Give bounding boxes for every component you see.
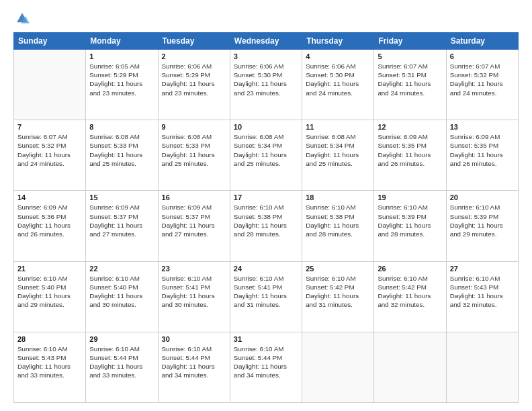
day-number: 23: [162, 265, 226, 273]
calendar-cell: [302, 332, 374, 402]
calendar-table: SundayMondayTuesdayWednesdayThursdayFrid…: [13, 32, 519, 403]
day-info: Sunrise: 6:09 AMSunset: 5:37 PMDaylight:…: [89, 203, 154, 238]
day-info: Sunrise: 6:10 AMSunset: 5:42 PMDaylight:…: [378, 274, 442, 310]
day-number: 21: [17, 265, 82, 273]
calendar-cell: [14, 50, 86, 120]
header-cell-monday: Monday: [86, 33, 158, 50]
calendar-cell: 27Sunrise: 6:10 AMSunset: 5:43 PMDayligh…: [446, 261, 518, 332]
day-number: 13: [450, 123, 515, 131]
day-number: 3: [234, 52, 298, 60]
calendar-cell: 20Sunrise: 6:10 AMSunset: 5:39 PMDayligh…: [446, 191, 518, 261]
calendar-cell: 2Sunrise: 6:06 AMSunset: 5:29 PMDaylight…: [158, 50, 230, 120]
day-number: 10: [234, 123, 298, 131]
header-cell-wednesday: Wednesday: [230, 33, 302, 50]
calendar-cell: 8Sunrise: 6:08 AMSunset: 5:33 PMDaylight…: [86, 120, 158, 191]
day-info: Sunrise: 6:10 AMSunset: 5:41 PMDaylight:…: [162, 274, 226, 310]
day-info: Sunrise: 6:10 AMSunset: 5:39 PMDaylight:…: [378, 203, 442, 238]
calendar-cell: 7Sunrise: 6:07 AMSunset: 5:32 PMDaylight…: [14, 120, 86, 191]
calendar-cell: 26Sunrise: 6:10 AMSunset: 5:42 PMDayligh…: [374, 261, 446, 332]
day-number: 2: [162, 52, 226, 60]
calendar-cell: 31Sunrise: 6:10 AMSunset: 5:44 PMDayligh…: [230, 332, 302, 402]
calendar-cell: 6Sunrise: 6:07 AMSunset: 5:32 PMDaylight…: [446, 50, 518, 120]
day-info: Sunrise: 6:10 AMSunset: 5:43 PMDaylight:…: [450, 274, 515, 310]
calendar-cell: 28Sunrise: 6:10 AMSunset: 5:43 PMDayligh…: [14, 332, 86, 402]
day-info: Sunrise: 6:06 AMSunset: 5:30 PMDaylight:…: [306, 62, 370, 97]
day-number: 15: [89, 193, 154, 201]
calendar-cell: 14Sunrise: 6:09 AMSunset: 5:36 PMDayligh…: [14, 191, 86, 261]
day-number: 4: [306, 52, 370, 60]
day-info: Sunrise: 6:10 AMSunset: 5:43 PMDaylight:…: [17, 345, 82, 380]
calendar-cell: 30Sunrise: 6:10 AMSunset: 5:44 PMDayligh…: [158, 332, 230, 402]
day-info: Sunrise: 6:09 AMSunset: 5:36 PMDaylight:…: [17, 203, 82, 238]
day-number: 18: [306, 193, 370, 201]
calendar-cell: 15Sunrise: 6:09 AMSunset: 5:37 PMDayligh…: [86, 191, 158, 261]
calendar-cell: 1Sunrise: 6:05 AMSunset: 5:29 PMDaylight…: [86, 50, 158, 120]
day-number: 11: [306, 123, 370, 131]
calendar-cell: 24Sunrise: 6:10 AMSunset: 5:41 PMDayligh…: [230, 261, 302, 332]
day-number: 16: [162, 193, 226, 201]
day-info: Sunrise: 6:10 AMSunset: 5:38 PMDaylight:…: [234, 203, 298, 238]
calendar-cell: 12Sunrise: 6:09 AMSunset: 5:35 PMDayligh…: [374, 120, 446, 191]
calendar-cell: 19Sunrise: 6:10 AMSunset: 5:39 PMDayligh…: [374, 191, 446, 261]
day-number: 25: [306, 265, 370, 273]
day-info: Sunrise: 6:10 AMSunset: 5:44 PMDaylight:…: [89, 345, 154, 380]
calendar-cell: 18Sunrise: 6:10 AMSunset: 5:38 PMDayligh…: [302, 191, 374, 261]
calendar-header: SundayMondayTuesdayWednesdayThursdayFrid…: [14, 33, 519, 50]
day-number: 27: [450, 265, 515, 273]
header-cell-sunday: Sunday: [14, 33, 86, 50]
day-number: 31: [234, 335, 298, 343]
day-info: Sunrise: 6:10 AMSunset: 5:42 PMDaylight:…: [306, 274, 370, 310]
day-number: 1: [89, 52, 154, 60]
day-number: 7: [17, 123, 82, 131]
calendar-cell: 29Sunrise: 6:10 AMSunset: 5:44 PMDayligh…: [86, 332, 158, 402]
day-info: Sunrise: 6:08 AMSunset: 5:33 PMDaylight:…: [162, 132, 226, 168]
header: [13, 11, 519, 26]
day-info: Sunrise: 6:08 AMSunset: 5:34 PMDaylight:…: [234, 132, 298, 168]
day-info: Sunrise: 6:06 AMSunset: 5:29 PMDaylight:…: [162, 62, 226, 97]
day-info: Sunrise: 6:10 AMSunset: 5:39 PMDaylight:…: [450, 203, 515, 238]
day-info: Sunrise: 6:08 AMSunset: 5:34 PMDaylight:…: [306, 132, 370, 168]
day-number: 6: [450, 52, 515, 60]
header-row: SundayMondayTuesdayWednesdayThursdayFrid…: [14, 33, 519, 50]
day-number: 20: [450, 193, 515, 201]
calendar-cell: 4Sunrise: 6:06 AMSunset: 5:30 PMDaylight…: [302, 50, 374, 120]
calendar-cell: 10Sunrise: 6:08 AMSunset: 5:34 PMDayligh…: [230, 120, 302, 191]
week-row-3: 14Sunrise: 6:09 AMSunset: 5:36 PMDayligh…: [14, 191, 519, 261]
calendar-cell: 23Sunrise: 6:10 AMSunset: 5:41 PMDayligh…: [158, 261, 230, 332]
day-number: 5: [378, 52, 442, 60]
day-info: Sunrise: 6:10 AMSunset: 5:38 PMDaylight:…: [306, 203, 370, 238]
logo-icon: [15, 11, 30, 26]
day-number: 24: [234, 265, 298, 273]
day-number: 12: [378, 123, 442, 131]
header-cell-tuesday: Tuesday: [158, 33, 230, 50]
calendar-cell: 25Sunrise: 6:10 AMSunset: 5:42 PMDayligh…: [302, 261, 374, 332]
day-info: Sunrise: 6:08 AMSunset: 5:33 PMDaylight:…: [89, 132, 154, 168]
day-info: Sunrise: 6:07 AMSunset: 5:31 PMDaylight:…: [378, 62, 442, 97]
calendar-cell: 11Sunrise: 6:08 AMSunset: 5:34 PMDayligh…: [302, 120, 374, 191]
day-info: Sunrise: 6:09 AMSunset: 5:35 PMDaylight:…: [378, 132, 442, 168]
day-info: Sunrise: 6:10 AMSunset: 5:41 PMDaylight:…: [234, 274, 298, 310]
day-number: 17: [234, 193, 298, 201]
page: SundayMondayTuesdayWednesdayThursdayFrid…: [0, 0, 532, 411]
day-info: Sunrise: 6:07 AMSunset: 5:32 PMDaylight:…: [17, 132, 82, 168]
day-info: Sunrise: 6:10 AMSunset: 5:44 PMDaylight:…: [234, 345, 298, 380]
day-number: 9: [162, 123, 226, 131]
day-info: Sunrise: 6:10 AMSunset: 5:40 PMDaylight:…: [89, 274, 154, 310]
calendar-cell: 5Sunrise: 6:07 AMSunset: 5:31 PMDaylight…: [374, 50, 446, 120]
header-cell-thursday: Thursday: [302, 33, 374, 50]
logo: [13, 11, 32, 26]
week-row-2: 7Sunrise: 6:07 AMSunset: 5:32 PMDaylight…: [14, 120, 519, 191]
calendar-cell: 3Sunrise: 6:06 AMSunset: 5:30 PMDaylight…: [230, 50, 302, 120]
day-number: 28: [17, 335, 82, 343]
day-info: Sunrise: 6:05 AMSunset: 5:29 PMDaylight:…: [89, 62, 154, 97]
day-number: 8: [89, 123, 154, 131]
day-number: 29: [89, 335, 154, 343]
week-row-4: 21Sunrise: 6:10 AMSunset: 5:40 PMDayligh…: [14, 261, 519, 332]
day-info: Sunrise: 6:09 AMSunset: 5:37 PMDaylight:…: [162, 203, 226, 238]
calendar-cell: 9Sunrise: 6:08 AMSunset: 5:33 PMDaylight…: [158, 120, 230, 191]
day-number: 30: [162, 335, 226, 343]
day-info: Sunrise: 6:07 AMSunset: 5:32 PMDaylight:…: [450, 62, 515, 97]
calendar-body: 1Sunrise: 6:05 AMSunset: 5:29 PMDaylight…: [14, 50, 519, 403]
day-number: 26: [378, 265, 442, 273]
day-number: 19: [378, 193, 442, 201]
